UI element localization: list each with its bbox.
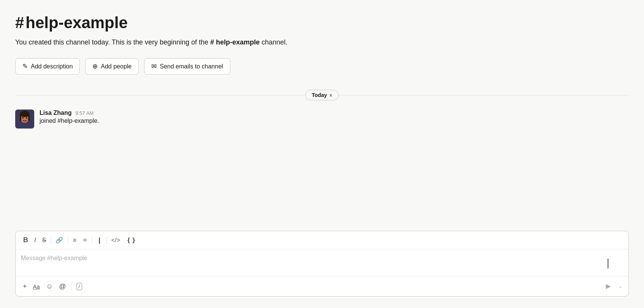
- font-icon: Aa: [33, 283, 40, 290]
- add-person-icon: ⊕: [92, 62, 98, 70]
- send-icon: ►: [604, 281, 612, 291]
- code-icon: </>: [111, 237, 120, 244]
- italic-icon: I: [34, 237, 36, 244]
- blockquote-button[interactable]: ❙: [94, 235, 105, 246]
- strikethrough-icon: S: [42, 237, 46, 244]
- unordered-list-icon: ≐: [82, 237, 87, 244]
- unordered-list-button[interactable]: ≐: [79, 235, 90, 246]
- slash-command-button[interactable]: /: [74, 281, 85, 292]
- text-cursor: |: [607, 257, 609, 269]
- svg-rect-4: [28, 116, 30, 121]
- add-description-label: Add description: [31, 63, 73, 70]
- ordered-list-button[interactable]: ≡: [70, 235, 79, 246]
- toolbar-separator-4: [106, 237, 107, 244]
- code-button[interactable]: </>: [108, 235, 123, 246]
- composer-toolbar: B I S 🔗 ≡ ≐ ❙ </> ❴❵: [16, 231, 628, 249]
- send-button[interactable]: ►: [601, 279, 615, 293]
- send-dropdown-button[interactable]: ⌄: [617, 282, 624, 291]
- date-divider: Today ∨: [15, 90, 629, 100]
- message-meta: Lisa Zhang 9:57 AM: [40, 110, 99, 116]
- toolbar-separator-3: [92, 237, 92, 244]
- send-emails-button[interactable]: ✉ Send emails to channel: [144, 58, 230, 75]
- channel-hash: #: [15, 14, 24, 32]
- font-button[interactable]: Aa: [30, 281, 43, 292]
- avatar: [15, 110, 34, 129]
- today-label: Today: [312, 92, 327, 98]
- link-icon: 🔗: [56, 237, 63, 244]
- message-input-area[interactable]: Message #help-example |: [16, 249, 628, 276]
- italic-button[interactable]: I: [31, 235, 39, 246]
- attach-button[interactable]: +: [20, 281, 30, 292]
- divider-line-left: [15, 95, 305, 95]
- at-icon: @: [59, 283, 66, 291]
- toolbar-separator-1: [51, 237, 51, 244]
- strikethrough-button[interactable]: S: [39, 235, 49, 246]
- svg-point-5: [20, 111, 30, 117]
- chevron-down-icon: ∨: [329, 93, 332, 98]
- channel-subtitle: You created this channel today. This is …: [15, 37, 629, 48]
- slash-icon: /: [76, 283, 82, 290]
- message-body: Lisa Zhang 9:57 AM joined #help-example.: [40, 110, 99, 124]
- add-people-button[interactable]: ⊕ Add people: [85, 58, 139, 75]
- emoji-button[interactable]: ☺: [43, 281, 56, 292]
- code-block-icon: ❴❵: [126, 237, 136, 244]
- message-author: Lisa Zhang: [40, 110, 71, 116]
- footer-separator: [71, 283, 71, 290]
- toolbar-separator-2: [68, 237, 68, 244]
- pencil-icon: ✎: [22, 62, 28, 70]
- divider-line-right: [339, 95, 629, 95]
- channel-title: # help-example: [15, 14, 629, 32]
- add-description-button[interactable]: ✎ Add description: [15, 58, 80, 75]
- blockquote-icon: ❙: [97, 237, 102, 244]
- message-composer: B I S 🔗 ≡ ≐ ❙ </> ❴❵ Message #he: [15, 231, 629, 297]
- message-item: Lisa Zhang 9:57 AM joined #help-example.: [15, 110, 629, 129]
- email-icon: ✉: [151, 62, 157, 70]
- subtitle-suffix: channel.: [260, 38, 287, 46]
- emoji-icon: ☺: [46, 283, 53, 291]
- action-buttons-group: ✎ Add description ⊕ Add people ✉ Send em…: [15, 58, 629, 75]
- message-time: 9:57 AM: [75, 110, 94, 116]
- today-badge[interactable]: Today ∨: [305, 90, 339, 100]
- mention-button[interactable]: @: [56, 281, 68, 292]
- code-block-button[interactable]: ❴❵: [123, 235, 139, 246]
- channel-name: help-example: [25, 14, 127, 32]
- add-people-label: Add people: [101, 63, 132, 70]
- subtitle-channel-ref: # help-example: [210, 38, 260, 46]
- subtitle-prefix: You created this channel today. This is …: [15, 38, 210, 46]
- message-text: joined #help-example.: [40, 117, 99, 124]
- svg-rect-3: [20, 116, 21, 121]
- send-emails-label: Send emails to channel: [160, 63, 223, 70]
- message-placeholder: Message #help-example: [21, 255, 87, 261]
- send-chevron-icon: ⌄: [619, 284, 622, 289]
- link-button[interactable]: 🔗: [52, 235, 66, 246]
- plus-icon: +: [23, 283, 27, 291]
- ordered-list-icon: ≡: [73, 237, 76, 244]
- composer-footer: + Aa ☺ @ / ► ⌄: [16, 276, 628, 296]
- bold-icon: B: [23, 236, 28, 244]
- svg-point-8: [26, 117, 27, 119]
- footer-left-actions: + Aa ☺ @ /: [20, 281, 601, 292]
- footer-right-actions: ► ⌄: [601, 279, 624, 293]
- bold-button[interactable]: B: [20, 234, 31, 246]
- svg-point-7: [22, 117, 24, 119]
